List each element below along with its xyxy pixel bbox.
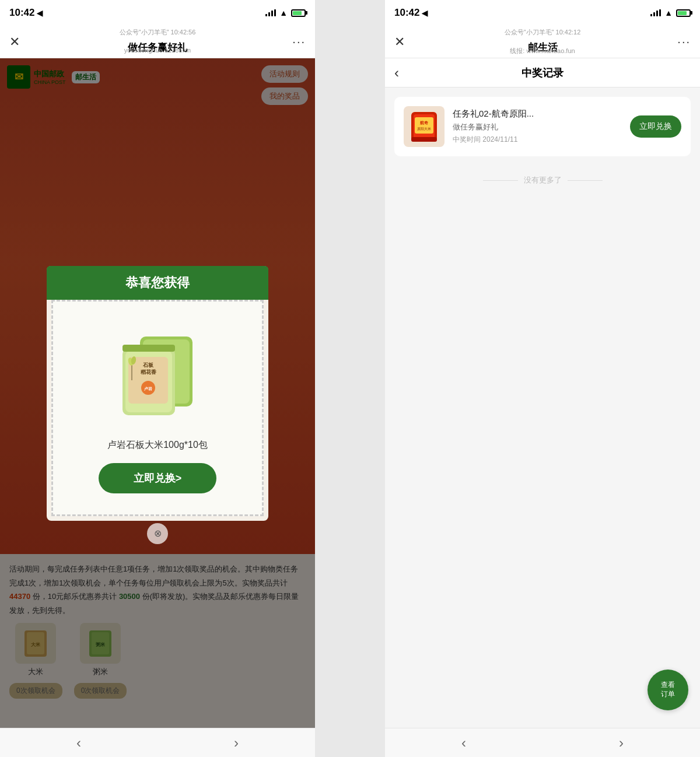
phone-right: 10:42 ◀ ▲ ✕ 公众号"小刀羊毛" 10:42:12 邮生活: [385, 0, 700, 757]
phone-divider: [315, 0, 385, 757]
prize-image-area: 石板 稻花香 卢岩: [105, 313, 210, 430]
prize-name: 卢岩石板大米100g*10包: [107, 439, 208, 451]
signal-icon: [265, 9, 276, 16]
page2-title: 中奖记录: [522, 66, 564, 80]
page2-back-icon[interactable]: ‹: [394, 65, 399, 81]
page2-nav: ‹ 中奖记录: [385, 58, 700, 87]
forward-arrow-left[interactable]: ›: [211, 730, 262, 756]
popup-close-button[interactable]: ⊗: [147, 523, 168, 544]
record-source: 做任务赢好礼: [453, 122, 622, 132]
phone1-main-content: ✉ 中国邮政 CHINA POST 邮生活 活动规则 我的奖品 活动期间，每完成…: [0, 58, 315, 728]
svg-text:航奇: 航奇: [419, 120, 429, 125]
no-more-indicator: 没有更多了: [394, 163, 691, 197]
status-bar-right: 10:42 ◀ ▲: [385, 0, 700, 26]
status-icons-right: ▲: [650, 8, 691, 17]
time-left: 10:42 ◀: [9, 7, 43, 19]
prize-popup: 恭喜您获得: [47, 266, 268, 521]
wechat-nav-left: ✕ 公众号"小刀羊毛" 10:42:56 做任务赢好礼 youshenghuo.…: [0, 26, 315, 58]
battery-icon: [291, 9, 306, 17]
float-view-order-button[interactable]: 查看 订单: [648, 670, 688, 710]
nav-more-icon-right[interactable]: ···: [677, 35, 691, 48]
status-bar-left: 10:42 ◀ ▲: [0, 0, 315, 26]
record-redeem-button[interactable]: 立即兑换: [630, 115, 681, 138]
nav-subtitle-left: youshenghuo.11185.cn: [124, 47, 191, 54]
close-icon-right[interactable]: ✕: [394, 34, 405, 50]
record-time: 中奖时间 2024/11/11: [453, 135, 622, 145]
wifi-icon-right: ▲: [664, 8, 673, 17]
record-card: 航奇 原阳大米 任务礼02-航奇原阳... 做任务赢好礼 中奖时间 2024/1…: [394, 97, 691, 156]
status-icons-left: ▲: [265, 8, 306, 17]
svg-rect-24: [411, 137, 437, 142]
phone-left: 10:42 ◀ ▲ ✕ 公众号"小刀羊毛" 10:42:56 做任务赢好礼: [0, 0, 315, 757]
wifi-icon: ▲: [279, 8, 288, 17]
prize-body: 石板 稻花香 卢岩 卢岩石板大米100g*10包: [51, 300, 264, 516]
svg-rect-21: [415, 117, 433, 134]
phone2-content: 航奇 原阳大米 任务礼02-航奇原阳... 做任务赢好礼 中奖时间 2024/1…: [385, 87, 700, 728]
record-image: 航奇 原阳大米: [404, 106, 444, 147]
prize-header: 恭喜您获得: [47, 266, 268, 300]
record-title: 任务礼02-航奇原阳...: [453, 108, 622, 120]
signal-icon-right: [650, 9, 661, 16]
back-arrow-right[interactable]: ‹: [438, 730, 489, 756]
phone-bottom-nav-right: ‹ ›: [385, 728, 700, 757]
svg-text:原阳大米: 原阳大米: [417, 127, 431, 131]
records-list: 航奇 原阳大米 任务礼02-航奇原阳... 做任务赢好礼 中奖时间 2024/1…: [385, 87, 700, 728]
record-info: 任务礼02-航奇原阳... 做任务赢好礼 中奖时间 2024/11/11: [453, 108, 622, 145]
rice-bag-svg: 石板 稻花香 卢岩: [111, 319, 204, 424]
phone-bottom-nav-left: ‹ ›: [0, 728, 315, 757]
nav-subtitle-right: 线报: www.xianbao.fun: [510, 47, 575, 55]
wechat-nav-right: ✕ 公众号"小刀羊毛" 10:42:12 邮生活 线报: www.xianbao…: [385, 26, 700, 58]
close-icon[interactable]: ✕: [9, 34, 20, 50]
nav-source-right: 公众号"小刀羊毛" 10:42:12: [505, 28, 581, 37]
forward-arrow-right[interactable]: ›: [596, 730, 647, 756]
svg-text:石板: 石板: [142, 362, 154, 368]
nav-source: 公众号"小刀羊毛" 10:42:56: [120, 28, 196, 37]
prize-overlay: 恭喜您获得: [0, 58, 315, 728]
back-arrow-left[interactable]: ‹: [53, 730, 104, 756]
battery-icon-right: [676, 9, 691, 17]
svg-text:稻花香: 稻花香: [140, 369, 157, 375]
popup-redeem-button[interactable]: 立即兑换>: [99, 463, 217, 493]
nav-more-icon[interactable]: ···: [292, 35, 306, 48]
time-right: 10:42 ◀: [394, 7, 428, 19]
svg-text:卢岩: 卢岩: [144, 386, 153, 391]
svg-rect-11: [123, 345, 175, 352]
prize-header-text: 恭喜您获得: [125, 275, 190, 290]
